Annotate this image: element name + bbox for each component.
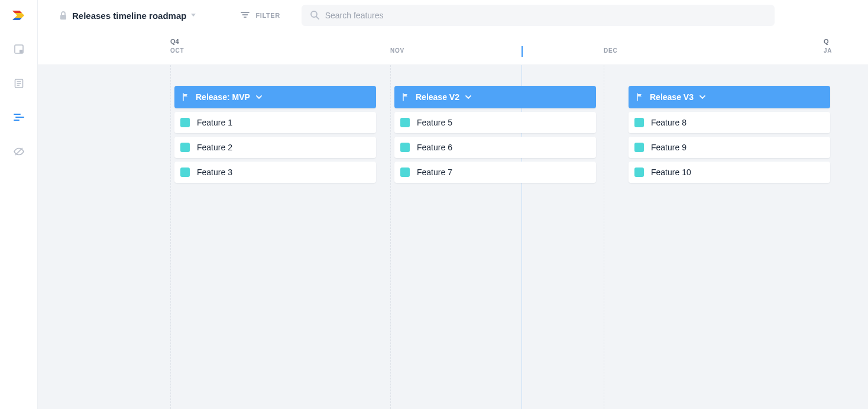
feature-card[interactable]: Feature 5 [394, 112, 596, 133]
release-column: Release V3Feature 8Feature 9Feature 10 [629, 86, 830, 183]
feature-card[interactable]: Feature 7 [394, 162, 596, 183]
feature-title: Feature 1 [197, 118, 232, 127]
svg-marker-1 [12, 11, 22, 13]
lock-icon [59, 11, 67, 20]
feature-status-swatch [180, 118, 190, 127]
gridline [390, 65, 391, 409]
release-title: Release V2 [416, 92, 459, 102]
feature-status-swatch [180, 143, 190, 152]
quarter-label: Q [824, 38, 829, 45]
feature-status-swatch [180, 168, 190, 177]
search-icon [310, 10, 319, 21]
flag-icon [401, 93, 410, 101]
feature-card[interactable]: Feature 9 [629, 137, 830, 158]
release-column: Release V2Feature 5Feature 6Feature 7 [394, 86, 596, 183]
feature-card[interactable]: Feature 2 [174, 137, 376, 158]
flag-icon [636, 93, 644, 101]
feature-status-swatch [400, 168, 410, 177]
feature-card[interactable]: Feature 1 [174, 112, 376, 133]
feature-title: Feature 2 [197, 143, 232, 152]
month-label: NOV [390, 47, 404, 54]
release-header[interactable]: Release V3 [629, 86, 830, 108]
feature-card[interactable]: Feature 10 [629, 162, 830, 183]
svg-marker-2 [12, 18, 22, 20]
feature-card[interactable]: Feature 8 [629, 112, 830, 133]
search-container [302, 5, 775, 26]
feature-status-swatch [634, 143, 644, 152]
filter-label: FILTER [255, 12, 280, 19]
sidebar-item-hidden[interactable] [13, 146, 25, 157]
gridline [604, 65, 604, 409]
flag-icon [182, 93, 190, 101]
month-label: JA [824, 47, 832, 54]
release-column: Release: MVPFeature 1Feature 2Feature 3 [174, 86, 376, 183]
feature-title: Feature 5 [417, 118, 452, 127]
feature-status-swatch [400, 118, 410, 127]
main-area: Releases timeline roadmap FILTER [38, 0, 868, 409]
feature-status-swatch [634, 168, 644, 177]
caret-down-icon [191, 14, 196, 17]
svg-line-19 [316, 17, 319, 19]
chevron-down-icon [465, 95, 471, 99]
search-input[interactable] [325, 11, 766, 20]
release-header[interactable]: Release V2 [394, 86, 596, 108]
page-title: Releases timeline roadmap [72, 11, 186, 21]
quarter-label: Q4 [170, 38, 179, 45]
release-title: Release: MVP [196, 92, 250, 102]
chevron-down-icon [256, 95, 262, 99]
feature-card[interactable]: Feature 6 [394, 137, 596, 158]
filter-button[interactable]: FILTER [241, 11, 280, 20]
svg-rect-13 [60, 15, 66, 20]
app-logo[interactable] [0, 0, 38, 31]
feature-title: Feature 3 [197, 168, 232, 177]
top-toolbar: Releases timeline roadmap FILTER [38, 0, 868, 31]
feature-title: Feature 10 [651, 168, 691, 177]
timeline-axis: Q4QOCTNOVDECJA [38, 31, 868, 65]
sidebar-item-docs[interactable] [14, 78, 24, 89]
sidebar-item-timeline[interactable] [13, 112, 25, 122]
month-label: OCT [170, 47, 184, 54]
month-label: DEC [604, 47, 618, 54]
svg-marker-14 [191, 14, 196, 17]
feature-card[interactable]: Feature 3 [174, 162, 376, 183]
feature-status-swatch [400, 143, 410, 152]
feature-title: Feature 8 [651, 118, 686, 127]
feature-title: Feature 6 [417, 143, 452, 152]
feature-status-swatch [634, 118, 644, 127]
today-marker [522, 46, 523, 57]
filter-icon [241, 11, 250, 20]
chevron-down-icon [699, 95, 705, 99]
left-sidebar [0, 0, 38, 409]
feature-title: Feature 7 [417, 168, 452, 177]
gridline [170, 65, 171, 409]
roadmap-title-dropdown[interactable]: Releases timeline roadmap [59, 11, 196, 21]
sidebar-item-board[interactable] [14, 44, 24, 54]
timeline-canvas[interactable]: Release: MVPFeature 1Feature 2Feature 3R… [38, 65, 868, 409]
release-header[interactable]: Release: MVP [174, 86, 376, 108]
release-title: Release V3 [650, 92, 694, 102]
svg-rect-4 [20, 50, 22, 53]
feature-title: Feature 9 [651, 143, 686, 152]
